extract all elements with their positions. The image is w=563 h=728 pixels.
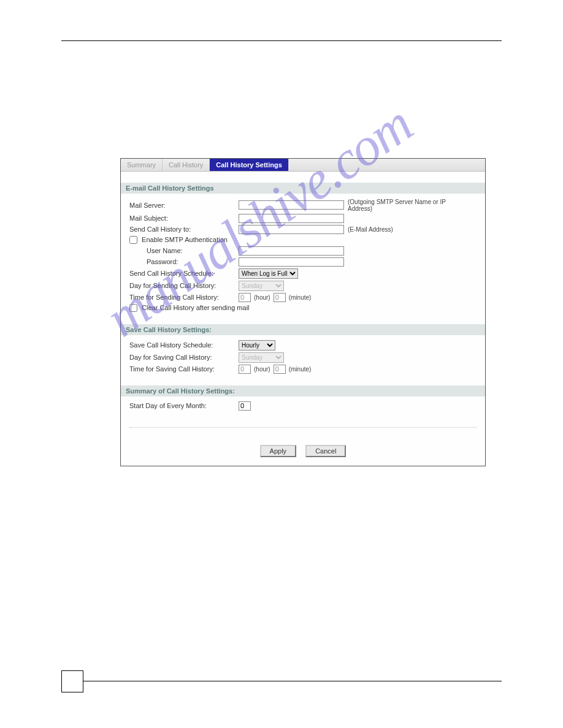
cancel-button[interactable]: Cancel bbox=[305, 445, 346, 457]
mail-subject-label: Mail Subject: bbox=[129, 214, 239, 222]
bottom-divider bbox=[83, 681, 502, 681]
summary-section-body: Start Day of Every Month: bbox=[121, 396, 485, 414]
send-to-label: Send Call History to: bbox=[129, 226, 239, 233]
save-minute-input[interactable] bbox=[274, 365, 286, 374]
send-time-label: Time for Sending Call History: bbox=[129, 294, 239, 301]
user-name-label: User Name: bbox=[129, 247, 239, 254]
summary-section-header: Summary of Call History Settings: bbox=[121, 385, 485, 396]
top-divider bbox=[61, 40, 502, 41]
clear-history-label: Clear Call History after sending mail bbox=[142, 304, 249, 311]
tab-summary[interactable]: Summary bbox=[121, 159, 163, 171]
save-hour-input[interactable] bbox=[239, 365, 251, 374]
page-number-box bbox=[61, 670, 83, 692]
send-day-select: Sunday bbox=[239, 281, 284, 291]
enable-smtp-label: Enable SMTP Authentication bbox=[142, 236, 228, 243]
button-bar: Apply Cancel bbox=[129, 427, 477, 466]
save-section-body: Save Call History Schedule: Hourly Day f… bbox=[121, 335, 485, 377]
send-day-label: Day for Sending Call History: bbox=[129, 282, 239, 289]
send-to-input[interactable] bbox=[239, 225, 344, 234]
mail-subject-input[interactable] bbox=[239, 214, 344, 223]
apply-button[interactable]: Apply bbox=[260, 445, 297, 457]
save-schedule-select[interactable]: Hourly bbox=[239, 340, 275, 351]
tab-bar: Summary Call History Call History Settin… bbox=[121, 159, 485, 172]
enable-smtp-checkbox[interactable] bbox=[129, 236, 137, 244]
save-day-select: Sunday bbox=[239, 352, 284, 363]
send-to-hint: (E-Mail Address) bbox=[348, 226, 393, 233]
mail-server-hint: (Outgoing SMTP Server Name or IP Address… bbox=[348, 199, 464, 212]
mail-server-input[interactable] bbox=[239, 200, 344, 210]
save-day-label: Day for Saving Call History: bbox=[129, 354, 239, 361]
hour-text: (hour) bbox=[254, 294, 270, 301]
start-day-input[interactable] bbox=[239, 401, 251, 411]
send-schedule-label: Send Call History Schedule: bbox=[129, 270, 239, 277]
user-name-input[interactable] bbox=[239, 246, 344, 256]
tab-call-history-settings[interactable]: Call History Settings bbox=[210, 159, 289, 171]
password-label: Password: bbox=[129, 258, 239, 265]
send-schedule-select[interactable]: When Log is Full bbox=[239, 268, 298, 279]
email-section-header: E-mail Call History Settings bbox=[121, 183, 485, 194]
clear-history-checkbox[interactable] bbox=[129, 304, 137, 312]
email-section-body: Mail Server: (Outgoing SMTP Server Name … bbox=[121, 194, 485, 316]
settings-panel: Summary Call History Call History Settin… bbox=[120, 158, 486, 466]
save-time-label: Time for Saving Call History: bbox=[129, 365, 239, 373]
save-minute-text: (minute) bbox=[289, 366, 312, 373]
save-section-header: Save Call History Settings: bbox=[121, 324, 485, 335]
mail-server-label: Mail Server: bbox=[129, 202, 239, 209]
minute-text: (minute) bbox=[289, 294, 312, 301]
tab-call-history[interactable]: Call History bbox=[163, 159, 210, 171]
start-day-label: Start Day of Every Month: bbox=[129, 402, 239, 409]
save-schedule-label: Save Call History Schedule: bbox=[129, 341, 239, 349]
send-minute-input[interactable] bbox=[274, 293, 286, 302]
save-hour-text: (hour) bbox=[254, 366, 270, 373]
send-hour-input[interactable] bbox=[239, 293, 251, 302]
password-input[interactable] bbox=[239, 257, 344, 267]
